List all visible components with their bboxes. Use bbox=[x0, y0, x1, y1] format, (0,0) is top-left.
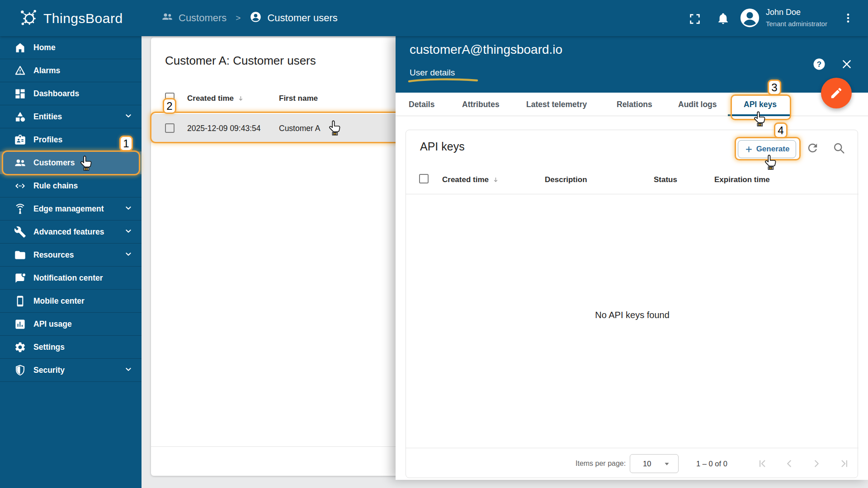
select-all-checkbox[interactable] bbox=[419, 174, 429, 183]
sidebar-item-resources[interactable]: Resources bbox=[0, 244, 142, 267]
sidebar-item-mobile-center[interactable]: Mobile center bbox=[0, 290, 142, 313]
sidebar-item-entities[interactable]: Entities bbox=[0, 105, 142, 128]
annotation-badge-4: 4 bbox=[774, 122, 788, 138]
refresh-icon[interactable] bbox=[806, 141, 819, 155]
items-per-page-label: Items per page: bbox=[576, 448, 626, 479]
svg-text:?: ? bbox=[817, 60, 821, 69]
tab-details[interactable]: Details bbox=[409, 93, 434, 116]
breadcrumb-separator: > bbox=[236, 13, 241, 23]
thingsboard-gear-icon bbox=[19, 8, 38, 29]
pencil-icon bbox=[830, 86, 843, 100]
table-footer-divider bbox=[151, 446, 401, 447]
sidebar-item-edge-management[interactable]: Edge management bbox=[0, 197, 142, 221]
kebab-menu-icon[interactable] bbox=[842, 12, 854, 26]
sidebar-item-dashboards[interactable]: Dashboards bbox=[0, 82, 142, 105]
chevron-down-icon bbox=[123, 364, 133, 376]
first-page-icon[interactable] bbox=[756, 458, 768, 469]
sidebar-item-advanced-features[interactable]: Advanced features bbox=[0, 221, 142, 244]
notification-bubble-icon bbox=[14, 272, 26, 284]
sort-desc-icon bbox=[492, 176, 500, 184]
folder-icon bbox=[14, 249, 26, 261]
customer-users-title: Customer A: Customer users bbox=[165, 54, 316, 68]
dashboard-icon bbox=[14, 88, 26, 100]
details-tab-bar: Details Attributes Latest telemetry Rela… bbox=[396, 93, 868, 116]
paginator: Items per page: 10 1 – 0 of 0 bbox=[406, 448, 859, 479]
shapes-icon bbox=[14, 111, 26, 123]
chevron-down-icon bbox=[123, 111, 133, 123]
sidebar-item-alarms[interactable]: Alarms bbox=[0, 59, 142, 82]
column-header-first-name[interactable]: First name bbox=[279, 94, 318, 103]
user-info[interactable]: John Doe Tenant administrator bbox=[766, 8, 827, 28]
api-keys-title: API keys bbox=[420, 140, 465, 153]
sidebar-item-rule-chains[interactable]: Rule chains bbox=[0, 174, 142, 197]
user-details-drawer: customerA@thingsboard.io User details ? … bbox=[396, 36, 868, 480]
notifications-bell-button[interactable] bbox=[717, 12, 730, 26]
sort-desc-icon bbox=[237, 95, 245, 103]
column-header-expiration-time[interactable]: Expiration time bbox=[714, 165, 770, 194]
dropdown-caret-icon bbox=[662, 459, 672, 470]
logo-text: ThingsBoard bbox=[43, 11, 123, 26]
row-first-name: Customer A bbox=[279, 124, 320, 133]
rule-chain-icon bbox=[14, 180, 26, 192]
user-role: Tenant administrator bbox=[766, 20, 827, 28]
breadcrumb-customers[interactable]: Customers bbox=[179, 12, 226, 24]
next-page-icon[interactable] bbox=[811, 458, 822, 469]
home-icon bbox=[14, 42, 26, 54]
close-icon[interactable] bbox=[840, 58, 853, 70]
marker-underline-annotation bbox=[408, 78, 478, 84]
help-icon[interactable]: ? bbox=[812, 57, 826, 71]
api-keys-card: API keys Generate Created time bbox=[406, 130, 858, 478]
annotation-badge-1: 1 bbox=[119, 136, 133, 151]
row-created-time: 2025-12-09 09:43:54 bbox=[187, 124, 261, 133]
sidebar-item-api-usage[interactable]: API usage bbox=[0, 313, 142, 336]
sidebar-item-settings[interactable]: Settings bbox=[0, 336, 142, 359]
phone-icon bbox=[14, 295, 26, 307]
user-email-title: customerA@thingsboard.io bbox=[410, 42, 562, 57]
column-header-created-time[interactable]: Created time bbox=[442, 165, 500, 194]
tab-attributes[interactable]: Attributes bbox=[462, 93, 500, 116]
app-header: ThingsBoard Customers > Customer users bbox=[0, 0, 868, 36]
tab-audit-logs[interactable]: Audit logs bbox=[678, 93, 717, 116]
sidebar-item-customers[interactable]: Customers bbox=[0, 151, 142, 174]
chart-box-icon bbox=[14, 318, 26, 330]
prev-page-icon[interactable] bbox=[783, 458, 795, 469]
people-icon bbox=[161, 11, 173, 25]
user-details-subtitle: User details bbox=[410, 68, 455, 78]
edit-fab-button[interactable] bbox=[821, 78, 852, 108]
user-avatar[interactable] bbox=[740, 8, 760, 30]
chevron-down-icon bbox=[123, 203, 133, 215]
annotation-badge-2: 2 bbox=[163, 98, 176, 114]
column-header-created-time[interactable]: Created time bbox=[187, 94, 245, 103]
plus-icon bbox=[745, 145, 753, 154]
column-header-status[interactable]: Status bbox=[654, 165, 677, 194]
sidebar-item-security[interactable]: Security bbox=[0, 359, 142, 382]
people-icon bbox=[14, 157, 26, 169]
antenna-icon bbox=[14, 203, 26, 215]
shield-icon bbox=[14, 364, 26, 376]
account-circle-icon bbox=[250, 11, 262, 26]
annotation-badge-3: 3 bbox=[768, 80, 781, 95]
sidebar-item-notification-center[interactable]: Notification center bbox=[0, 267, 142, 290]
table-row-customer-a[interactable]: 2025-12-09 09:43:54 Customer A bbox=[151, 114, 401, 143]
api-keys-table-header: Created time Description Status Expirati… bbox=[406, 165, 859, 194]
sidebar: Home Alarms Dashboards Entities Profiles bbox=[0, 36, 142, 488]
user-name: John Doe bbox=[766, 8, 827, 17]
sidebar-item-home[interactable]: Home bbox=[0, 36, 142, 59]
column-header-description[interactable]: Description bbox=[545, 165, 587, 194]
search-icon[interactable] bbox=[832, 141, 845, 155]
last-page-icon[interactable] bbox=[839, 458, 850, 469]
thingsboard-logo: ThingsBoard bbox=[19, 8, 123, 29]
hand-cursor-icon bbox=[753, 111, 766, 127]
page-range-label: 1 – 0 of 0 bbox=[696, 448, 727, 479]
row-checkbox[interactable] bbox=[165, 123, 175, 133]
hand-cursor-icon bbox=[80, 155, 92, 171]
page-size-select[interactable]: 10 bbox=[630, 454, 679, 473]
tab-latest-telemetry[interactable]: Latest telemetry bbox=[526, 93, 587, 116]
drawer-header: customerA@thingsboard.io User details ? bbox=[396, 36, 868, 93]
tab-relations[interactable]: Relations bbox=[617, 93, 652, 116]
empty-table-message: No API keys found bbox=[406, 310, 859, 320]
fullscreen-button[interactable] bbox=[689, 13, 701, 27]
breadcrumb: Customers > Customer users bbox=[161, 0, 338, 36]
gear-icon bbox=[14, 341, 26, 353]
customer-users-panel: Customer A: Customer users Created time … bbox=[151, 38, 401, 476]
